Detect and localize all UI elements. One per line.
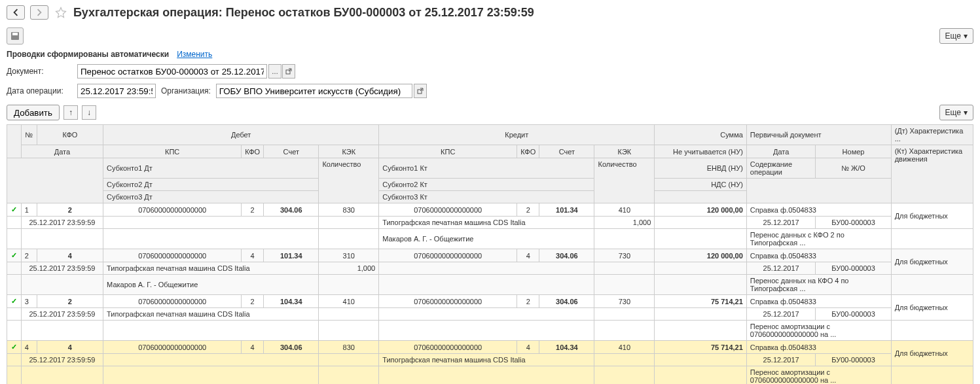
svg-rect-1 (12, 33, 18, 35)
table-row[interactable]: ✓ 3 2 07060000000000000 2 104.34 410 070… (7, 295, 973, 308)
cell-char: Для бюджетных (891, 249, 973, 275)
col-op-content[interactable]: Содержание операции (746, 158, 816, 179)
col-primary-doc[interactable]: Первичный документ (746, 125, 891, 145)
cell-d-sub2 (103, 229, 319, 249)
cell-d-sub2: Макаров А. Г. - Общежитие (103, 275, 319, 295)
save-icon-button[interactable] (7, 27, 24, 44)
move-down-button[interactable]: ↓ (82, 105, 96, 120)
col-credit[interactable]: Кредит (379, 125, 655, 145)
cell-k-kfo: 2 (517, 295, 539, 308)
col-sub2-kt[interactable]: Субконто2 Кт (379, 179, 594, 191)
cell-sum: 120 000,00 (655, 203, 747, 217)
cell-d-kek: 830 (319, 341, 379, 354)
cell-k-kek: 410 (594, 341, 655, 354)
col-sub1-kt[interactable]: Субконто1 Кт (379, 158, 594, 179)
cell-k-sub2 (379, 275, 594, 295)
table-row[interactable]: ✓ 1 2 07060000000000000 2 304.06 830 070… (7, 203, 973, 217)
cell-sum: 75 714,21 (655, 295, 747, 308)
col-doc-date[interactable]: Дата (746, 145, 816, 158)
cell-d-acct: 104.34 (264, 295, 319, 308)
org-open-button[interactable] (414, 84, 427, 98)
more-button-grid[interactable]: Еще▾ (939, 105, 973, 120)
col-doc-num[interactable]: Номер (816, 145, 891, 158)
table-row[interactable]: 25.12.2017 23:59:59 Типографская печатна… (7, 308, 973, 321)
cell-kfo: 4 (37, 341, 103, 354)
document-ellipsis-button[interactable]: … (268, 64, 281, 79)
cell-d-qty (319, 217, 379, 229)
cell-doc-date: 25.12.2017 (746, 354, 816, 366)
col-acct-k[interactable]: Счет (539, 145, 594, 158)
cell-k-qty (594, 308, 655, 321)
col-sum[interactable]: Сумма (655, 125, 747, 145)
cell-k-acct: 104.34 (539, 341, 594, 354)
cell-d-acct: 304.06 (264, 341, 319, 354)
cell-d-kfo: 2 (242, 203, 264, 217)
table-row[interactable]: 25.12.2017 23:59:59 Типографская печатна… (7, 262, 973, 275)
col-kfo2-k[interactable]: КФО (517, 145, 539, 158)
cell-d-sub1 (103, 354, 319, 366)
table-row[interactable]: 25.12.2017 23:59:59 Типографская печатна… (7, 217, 973, 229)
col-debit[interactable]: Дебет (103, 125, 379, 145)
move-up-button[interactable]: ↑ (64, 105, 78, 120)
back-button[interactable] (7, 5, 25, 20)
cell-k-kek: 410 (594, 203, 655, 217)
col-kfo[interactable]: КФО (37, 125, 103, 145)
document-input[interactable] (77, 64, 267, 79)
col-nds[interactable]: НДС (НУ) (655, 179, 747, 191)
table-row[interactable]: Макаров А. Г. - Общежитие Перенос данных… (7, 229, 973, 249)
col-kps-d[interactable]: КПС (103, 145, 242, 158)
col-kek-d[interactable]: КЭК (319, 145, 379, 158)
favorite-star-icon[interactable] (54, 5, 68, 20)
check-icon: ✓ (7, 341, 22, 354)
col-acct-d[interactable]: Счет (264, 145, 319, 158)
col-sub1-dt[interactable]: Субконто1 Дт (103, 158, 319, 179)
col-kek-k[interactable]: КЭК (594, 145, 655, 158)
cell-k-kps: 07060000000000000 (379, 249, 517, 262)
cell-k-sub2 (379, 366, 594, 385)
cell-char: Для бюджетных (891, 295, 973, 321)
cell-d-sub2 (103, 366, 319, 385)
add-button[interactable]: Добавить (7, 105, 60, 120)
cell-k-acct: 101.34 (539, 203, 594, 217)
more-button-top[interactable]: Еще▾ (939, 28, 973, 44)
cell-kfo: 2 (37, 203, 103, 217)
col-kps-k[interactable]: КПС (379, 145, 517, 158)
date-input[interactable] (77, 84, 156, 98)
table-row[interactable]: Перенос амортизации с 07060000000000000 … (7, 321, 973, 341)
col-n[interactable]: № (21, 125, 37, 145)
cell-kfo: 4 (37, 249, 103, 262)
col-journal[interactable]: № Ж/О (816, 158, 891, 179)
table-row[interactable]: Макаров А. Г. - Общежитие Перенос данных… (7, 275, 973, 295)
cell-doc-num: БУ00-000003 (816, 262, 891, 275)
cell-k-sub2 (379, 321, 594, 341)
col-char-kt[interactable]: (Кт) Характеристика движения (891, 145, 973, 203)
col-sub2-dt[interactable]: Субконто2 Дт (103, 179, 319, 191)
org-input[interactable] (216, 84, 412, 98)
col-char-dt[interactable]: (Дт) Характеристика ... (891, 125, 973, 145)
table-row[interactable]: 25.12.2017 23:59:59 Типографская печатна… (7, 354, 973, 366)
col-sub3-kt[interactable]: Субконто3 Кт (379, 191, 594, 203)
col-sub3-dt[interactable]: Субконто3 Дт (103, 191, 319, 203)
col-qty-d[interactable]: Количество (319, 158, 379, 203)
col-date[interactable]: Дата (21, 145, 103, 158)
cell-doc-num: БУ00-000003 (816, 217, 891, 229)
cell-d-kps: 07060000000000000 (103, 249, 242, 262)
org-label: Организация: (161, 86, 211, 96)
col-not-counted[interactable]: Не учитывается (НУ) (655, 145, 747, 158)
col-kfo2-d[interactable]: КФО (242, 145, 264, 158)
change-link[interactable]: Изменить (177, 50, 212, 59)
table-row[interactable]: ✓ 2 4 07060000000000000 4 101.34 310 070… (7, 249, 973, 262)
cell-d-qty (319, 354, 379, 366)
entries-table: № КФО Дебет Кредит Сумма Первичный докум… (7, 124, 973, 384)
cell-content: Перенос амортизации с 07060000000000000 … (746, 366, 891, 385)
col-envd[interactable]: ЕНВД (НУ) (655, 158, 747, 179)
cell-k-kek: 730 (594, 249, 655, 262)
table-row[interactable]: ✓ 4 4 07060000000000000 4 304.06 830 070… (7, 341, 973, 354)
cell-char: Для бюджетных (891, 341, 973, 366)
cell-d-kek: 830 (319, 203, 379, 217)
cell-d-kfo: 2 (242, 295, 264, 308)
table-row[interactable]: Перенос амортизации с 07060000000000000 … (7, 366, 973, 385)
forward-button[interactable] (30, 5, 48, 20)
col-qty-k[interactable]: Количество (594, 158, 655, 203)
document-open-button[interactable] (282, 64, 295, 79)
